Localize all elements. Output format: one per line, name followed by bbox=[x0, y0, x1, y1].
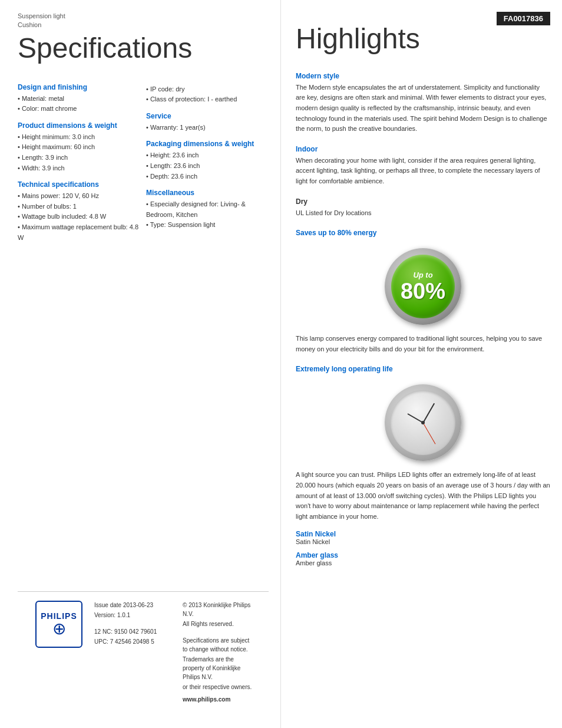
spec-item: Class of protection: I - earthed bbox=[146, 94, 269, 105]
spec-item: Maximum wattage replacement bulb: 4.8 W bbox=[18, 222, 140, 243]
dry-text: UL Listed for Dry locations bbox=[296, 208, 550, 219]
packaging-title: Packaging dimensions & weight bbox=[146, 140, 269, 148]
specs-right-col: IP code: dry Class of protection: I - ea… bbox=[146, 76, 269, 243]
clock-outer bbox=[385, 384, 461, 461]
energy-badge: Up to 80% bbox=[385, 248, 461, 325]
highlights-title: Highlights bbox=[296, 24, 420, 55]
footer-info: Issue date 2013-06-23 Version: 1.0.1 12 … bbox=[94, 601, 253, 707]
disclaimer2: Trademarks are the property of Koninklij… bbox=[183, 655, 253, 681]
specs-two-col: Design and finishing Material: metal Col… bbox=[18, 76, 269, 243]
clock-inner bbox=[391, 390, 455, 455]
philips-logo: PHILIPS ⊕ bbox=[35, 601, 82, 648]
page: Suspension light Cushion Specifications … bbox=[0, 0, 562, 728]
spec-item: Depth: 23.6 inch bbox=[146, 172, 269, 182]
satin-nickel-value: Satin Nickel bbox=[296, 538, 550, 545]
footer-col-right: © 2013 Koninklijke Philips N.V. All Righ… bbox=[183, 601, 253, 705]
disclaimer3: or their respective owners. bbox=[183, 683, 253, 691]
philips-symbol: ⊕ bbox=[52, 621, 66, 637]
clock-container bbox=[296, 384, 550, 461]
product-dimensions-title: Product dimensions & weight bbox=[18, 121, 140, 130]
spec-item: Warranty: 1 year(s) bbox=[146, 123, 269, 133]
spec-item: Type: Suspension light bbox=[146, 220, 269, 230]
miscellaneous-title: Miscellaneous bbox=[146, 189, 269, 197]
spec-item: Length: 23.6 inch bbox=[146, 161, 269, 172]
website: www.philips.com bbox=[183, 695, 253, 704]
ip-list: IP code: dry Class of protection: I - ea… bbox=[146, 84, 269, 105]
modern-style-text: The Modern style encapsulates the art of… bbox=[296, 83, 550, 134]
spec-item: Material: metal bbox=[18, 94, 140, 104]
amber-glass-value: Amber glass bbox=[296, 559, 550, 566]
spec-item: Length: 3.9 inch bbox=[18, 153, 140, 163]
energy-title: Saves up to 80% energy bbox=[296, 229, 550, 237]
clock-face bbox=[391, 390, 455, 455]
energy-badge-container: Up to 80% bbox=[296, 248, 550, 325]
upc-label: UPC: 7 42546 20498 5 bbox=[94, 637, 165, 646]
product-dimensions-list: Height minimum: 3.0 inch Height maximum:… bbox=[18, 132, 140, 173]
spec-item: Mains power: 120 V, 60 Hz bbox=[18, 191, 140, 202]
service-list: Warranty: 1 year(s) bbox=[146, 123, 269, 133]
service-title: Service bbox=[146, 112, 269, 120]
highlights-content: Highlights FA0017836 Modern style The Mo… bbox=[296, 6, 550, 566]
spec-item: Wattage bulb included: 4.8 W bbox=[18, 212, 140, 222]
technical-specs-title: Technical specifications bbox=[18, 180, 140, 189]
right-column: Highlights FA0017836 Modern style The Mo… bbox=[281, 0, 562, 728]
technical-specs-list: Mains power: 120 V, 60 Hz Number of bulb… bbox=[18, 191, 140, 243]
left-column: Suspension light Cushion Specifications … bbox=[0, 0, 281, 728]
product-subtype: Cushion bbox=[18, 21, 269, 29]
footer: PHILIPS ⊕ Issue date 2013-06-23 Version:… bbox=[18, 591, 269, 716]
fa-badge: FA0017836 bbox=[497, 12, 550, 25]
copyright: © 2013 Koninklijke Philips N.V. bbox=[183, 601, 253, 618]
clock-center-dot bbox=[421, 421, 425, 424]
specs-title: Specifications bbox=[18, 33, 269, 64]
version: Version: 1.0.1 bbox=[94, 611, 165, 620]
energy-text: This lamp conserves energy compared to t… bbox=[296, 334, 550, 354]
footer-col-left: Issue date 2013-06-23 Version: 1.0.1 12 … bbox=[94, 601, 165, 705]
design-finishing-list: Material: metal Color: matt chrome bbox=[18, 94, 140, 114]
clock-minute-hand bbox=[422, 403, 434, 423]
product-type: Suspension light bbox=[18, 12, 269, 21]
energy-percent: 80% bbox=[401, 280, 445, 302]
spec-item: Height: 23.6 inch bbox=[146, 150, 269, 161]
energy-inner: Up to 80% bbox=[391, 255, 455, 318]
spec-item: Color: matt chrome bbox=[18, 104, 140, 114]
spec-item: Height minimum: 3.0 inch bbox=[18, 132, 140, 143]
clock-second-hand bbox=[423, 423, 436, 444]
nc-label: 12 NC: 9150 042 79601 bbox=[94, 627, 165, 636]
spec-item: IP code: dry bbox=[146, 84, 269, 95]
spec-item: Width: 3.9 inch bbox=[18, 163, 140, 174]
satin-nickel-title: Satin Nickel bbox=[296, 530, 550, 538]
dry-title: Dry bbox=[296, 197, 550, 206]
indoor-text: When decorating your home with light, co… bbox=[296, 156, 550, 187]
spec-item: Height maximum: 60 inch bbox=[18, 142, 140, 153]
spec-item: Number of bulbs: 1 bbox=[18, 202, 140, 212]
modern-style-title: Modern style bbox=[296, 72, 550, 80]
long-life-title: Extremely long operating life bbox=[296, 365, 550, 373]
rights: All Rights reserved. bbox=[183, 620, 253, 628]
amber-glass-title: Amber glass bbox=[296, 551, 550, 559]
design-finishing-title: Design and finishing bbox=[18, 83, 140, 91]
footer-row-1: Issue date 2013-06-23 Version: 1.0.1 12 … bbox=[94, 601, 253, 705]
long-life-text: A light source you can trust. Philips LE… bbox=[296, 470, 550, 522]
indoor-title: Indoor bbox=[296, 145, 550, 153]
specs-left-col: Design and finishing Material: metal Col… bbox=[18, 76, 140, 243]
spec-item: Especially designed for: Living- & Bedro… bbox=[146, 199, 269, 220]
issue-date: Issue date 2013-06-23 bbox=[94, 601, 165, 610]
energy-up-to: Up to bbox=[413, 271, 432, 279]
miscellaneous-list: Especially designed for: Living- & Bedro… bbox=[146, 199, 269, 230]
disclaimer1: Specifications are subject to change wit… bbox=[183, 636, 253, 654]
packaging-list: Height: 23.6 inch Length: 23.6 inch Dept… bbox=[146, 150, 269, 182]
